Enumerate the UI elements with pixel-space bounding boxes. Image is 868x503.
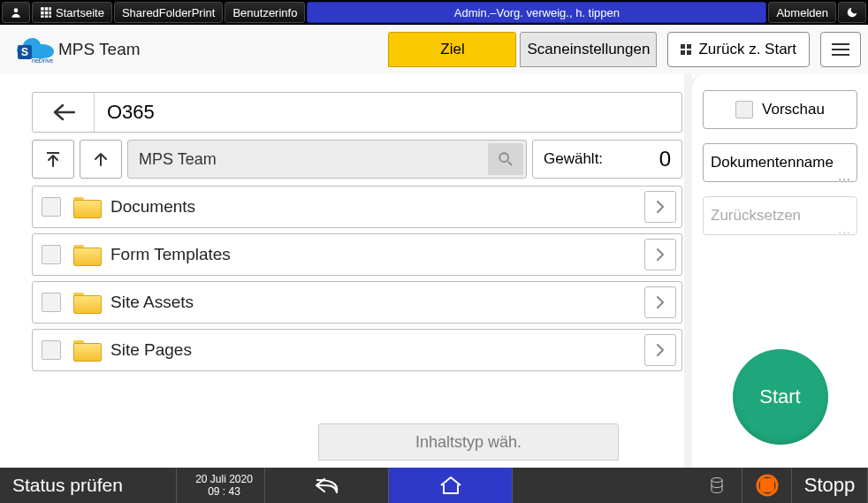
folder-name: Form Templates [110,245,644,264]
reset-label: Zurücksetzen [711,207,801,225]
footer-home-button[interactable] [389,468,513,503]
content-type-button[interactable]: Inhaltstyp wäh. [318,423,619,461]
svg-rect-3 [49,7,51,10]
svg-text:S: S [21,46,28,58]
svg-point-16 [712,478,722,483]
folder-icon [73,293,100,312]
list-item[interactable]: Site Pages [32,329,682,371]
selected-count-label: Gewählt: [544,150,603,168]
status-check-button[interactable]: Status prüfen [0,468,177,503]
chevron-right-icon[interactable] [644,286,676,318]
footer-stopp-button[interactable]: Stopp [792,468,868,503]
go-up-button[interactable] [80,140,122,179]
svg-point-0 [14,8,19,12]
tab-ziel[interactable]: Ziel [388,32,516,67]
left-column: O365 MPS Team Gewählt: 0 [0,74,691,468]
main-area: O365 MPS Team Gewählt: 0 [0,74,868,468]
chevron-right-icon[interactable] [644,334,676,366]
onedrive-icon: S neDrive [16,34,51,65]
hamburger-icon [832,43,849,56]
back-to-start-label: Zurück z. Start [698,41,796,58]
svg-rect-7 [41,16,44,18]
list-item[interactable]: Site Assets [32,281,682,324]
search-icon[interactable] [488,143,523,175]
selected-count-value: 0 [659,147,671,171]
selected-count-box: Gewählt: 0 [532,140,682,179]
right-sidebar: Vorschau Dokumentenname Zurücksetzen Sta… [691,74,868,468]
footer-back-button[interactable] [265,468,389,503]
svg-marker-18 [760,478,774,492]
grid-icon [681,44,691,55]
svg-rect-1 [41,7,44,10]
vorschau-checkbox[interactable] [735,101,753,118]
database-icon [710,476,724,494]
home-button[interactable]: Startseite [32,2,112,23]
footer: Status prüfen 20 Juli 2020 09 : 43 Stopp [0,468,868,503]
checkbox[interactable] [42,293,61,312]
folder-name: Site Pages [110,340,644,360]
go-top-button[interactable] [32,140,74,179]
dokumentenname-label: Dokumentenname [711,154,834,171]
menu-button[interactable] [820,32,861,67]
user-icon-button[interactable] [2,2,30,23]
night-mode-button[interactable] [838,2,866,23]
svg-rect-5 [45,11,49,14]
browse-panel: O365 MPS Team Gewählt: 0 [32,92,682,371]
back-to-start-button[interactable]: Zurück z. Start [667,32,810,67]
svg-text:neDrive: neDrive [32,57,53,64]
breadcrumb-row[interactable]: O365 [32,92,682,133]
svg-rect-4 [41,11,44,14]
stop-icon [756,474,779,497]
svg-rect-8 [45,16,49,18]
vorschau-label: Vorschau [762,101,825,118]
footer-storage-indicator [513,468,742,503]
svg-line-15 [508,162,513,166]
svg-rect-6 [49,11,51,14]
system-bar: Startseite SharedFolderPrint Benutzerinf… [0,0,868,25]
folder-list: Documents Form Templates Site [32,186,682,371]
folder-name: Documents [110,197,644,217]
folder-icon [73,340,100,360]
reset-button[interactable]: Zurücksetzen [703,196,857,235]
folder-icon [73,197,100,217]
svg-rect-9 [49,16,51,18]
tab-scaneinstellungen[interactable]: Scaneinstellungen [520,32,657,67]
svg-rect-2 [45,7,49,10]
checkbox[interactable] [42,245,61,264]
back-arrow-icon [314,476,340,494]
app-brand: S neDrive MPS Team [16,34,141,65]
start-button[interactable]: Start [733,349,828,445]
datetime-display: 20 Juli 2020 09 : 43 [177,468,265,503]
search-value: MPS Team [128,150,488,169]
abmelden-button[interactable]: Abmelden [768,2,836,23]
home-icon [439,476,462,495]
chevron-right-icon[interactable] [644,191,676,223]
list-item[interactable]: Form Templates [32,233,682,276]
footer-stop-icon-button[interactable] [742,468,792,503]
app-title: MPS Team [58,40,141,59]
checkbox[interactable] [42,197,61,217]
back-arrow-button[interactable] [33,93,95,132]
folder-name: Site Assets [110,293,644,312]
folder-icon [73,245,100,264]
chevron-right-icon[interactable] [644,239,676,271]
list-item[interactable]: Documents [32,186,682,228]
benutzerinfo-button[interactable]: Benutzerinfo [225,2,305,23]
breadcrumb-label: O365 [95,101,155,124]
checkbox[interactable] [42,340,61,360]
search-field[interactable]: MPS Team [127,140,527,179]
date-value: 20 Juli 2020 [195,473,253,485]
shared-folder-print-button[interactable]: SharedFolderPrint [114,2,224,23]
admin-message-banner[interactable]: Admin.–Vorg. verweig., h. tippen [307,2,766,23]
home-label: Startseite [56,6,104,19]
svg-point-14 [499,153,508,162]
header: S neDrive MPS Team Ziel Scaneinstellunge… [0,25,868,74]
vorschau-button[interactable]: Vorschau [703,90,857,129]
time-value: 09 : 43 [208,485,240,498]
dokumentenname-button[interactable]: Dokumentenname [703,143,857,182]
search-row: MPS Team Gewählt: 0 [32,140,682,179]
